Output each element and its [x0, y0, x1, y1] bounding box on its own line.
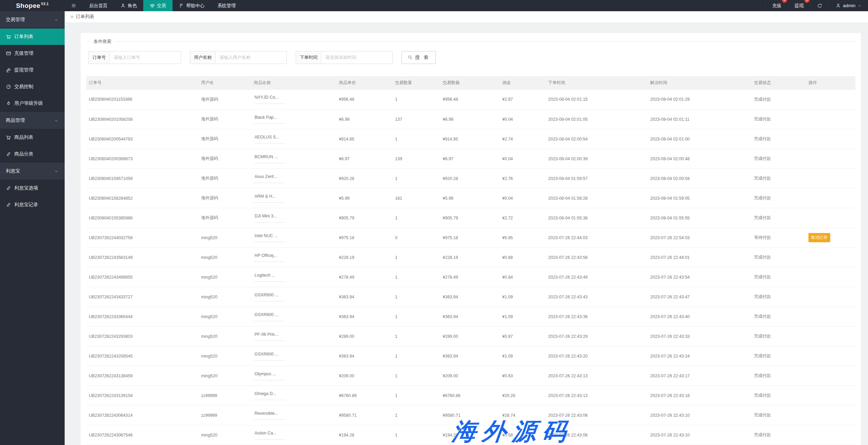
commission-cell: ¥1.09 — [499, 287, 545, 307]
refresh-button[interactable] — [810, 0, 829, 11]
product-name-cell: DJI Mini 3... — [251, 208, 336, 228]
search-input[interactable] — [110, 51, 181, 64]
table-row: UB2308040201153366海外源码NXYJD Co...¥956.48… — [86, 90, 855, 110]
username-cell: ming520 — [198, 267, 251, 287]
order-no-cell: UB2307262243139104 — [86, 386, 198, 406]
unfreeze-time-cell: 2023-07-26 22:54:03 — [648, 228, 751, 248]
product-name-cell: HP Officej... — [251, 248, 336, 267]
topbar-nav: 后台首页角色交易帮助中心系统管理 — [83, 0, 242, 11]
status-cell: 等待付款 — [751, 228, 806, 248]
sidebar-toggle-button[interactable] — [65, 0, 83, 11]
search-field-label: 用户名称 — [190, 51, 216, 64]
unfreeze-time-cell: 2023-08-04 01:59:05 — [648, 188, 751, 208]
amount-cell: ¥905.79 — [440, 208, 499, 228]
amount-cell: ¥9580.71 — [440, 406, 499, 425]
action-cell — [806, 110, 855, 129]
quantity-cell: 1 — [392, 406, 440, 425]
product-name-link[interactable]: Omega D... — [254, 391, 285, 400]
status-cell: 完成付款 — [751, 90, 806, 110]
product-name-link[interactable]: Logitech ... — [254, 273, 285, 282]
product-name-link[interactable]: Asus Zenf... — [254, 174, 285, 183]
search-button[interactable]: 搜 索 — [402, 51, 436, 64]
card-icon — [6, 51, 11, 56]
topbar-nav-label: 帮助中心 — [186, 3, 204, 9]
order-time-cell: 2023-07-26 22:43:06 — [545, 425, 648, 445]
sidebar-group-title[interactable]: 商品管理 — [0, 112, 65, 129]
sidebar-item[interactable]: 充值管理 — [0, 45, 65, 62]
product-name-link[interactable]: GSXR600 ... — [254, 312, 285, 321]
product-name-cell: PF-06 Prin... — [251, 327, 336, 346]
sidebar-item[interactable]: 用户等级升级 — [0, 95, 65, 112]
sidebar-item[interactable]: 利息宝记录 — [0, 197, 65, 213]
sidebar-item-label: 利息宝选项 — [14, 185, 38, 191]
status-cell: 完成付款 — [751, 307, 806, 327]
product-name-link[interactable]: Action Ca... — [254, 431, 285, 440]
product-name-link[interactable]: PF-06 Prin... — [254, 332, 285, 341]
product-name-link[interactable]: NXYJD Co... — [254, 95, 285, 104]
search-input[interactable] — [322, 51, 392, 64]
product-name-link[interactable]: Olympus ... — [254, 372, 285, 380]
cancel-order-button[interactable]: 取消订单 — [808, 233, 830, 242]
product-name-cell: Logitech ... — [251, 267, 336, 287]
unit-price-cell: ¥209.00 — [336, 366, 392, 386]
sidebar-item[interactable]: 交易控制 — [0, 79, 65, 95]
sidebar-item[interactable]: 利息宝选项 — [0, 180, 65, 197]
search-input[interactable] — [216, 51, 286, 64]
sidebar-item[interactable]: 提现管理 — [0, 62, 65, 79]
action-cell — [806, 267, 855, 287]
username-cell: 海外源码 — [198, 188, 251, 208]
product-name-link[interactable]: HP Officej... — [254, 253, 285, 262]
status-cell: 完成付款 — [751, 267, 806, 287]
product-name-link[interactable]: GSXR600 ... — [254, 293, 285, 301]
product-name-link[interactable]: ARM & H... — [254, 194, 285, 203]
sidebar-group-title[interactable]: 交易管理 — [0, 11, 65, 29]
status-cell: 完成付款 — [751, 425, 806, 445]
sidebar-item[interactable]: 商品分类 — [0, 146, 65, 163]
product-name-link[interactable]: GSXR600 ... — [254, 352, 285, 361]
unfreeze-time-cell: 2023-07-26 22:43:40 — [648, 307, 751, 327]
recharge-button[interactable]: 充值 0 — [765, 0, 788, 11]
column-header: 商品名称 — [251, 76, 336, 90]
product-name-link[interactable]: DJI Mini 3... — [254, 214, 285, 222]
topbar-nav-item[interactable]: 后台首页 — [83, 0, 114, 11]
topbar-nav-item[interactable]: 交易 — [143, 0, 173, 11]
sidebar-item[interactable]: 商品列表 — [0, 129, 65, 146]
quantity-cell: 1 — [392, 386, 440, 406]
topbar-nav-item[interactable]: 帮助中心 — [173, 0, 211, 11]
chevron-down-icon — [54, 18, 59, 22]
product-name-cell: Olympus ... — [251, 366, 336, 386]
quantity-cell: 1 — [392, 267, 440, 287]
amount-cell: ¥914.85 — [440, 129, 499, 149]
unfreeze-time-cell: 2023-08-04 01:55:55 — [648, 208, 751, 228]
sidebar-group-title[interactable]: 利息宝 — [0, 163, 65, 180]
product-name-cell: AEOLUS S... — [251, 129, 336, 149]
status-cell: 完成付款 — [751, 406, 806, 425]
topbar-nav-item[interactable]: 角色 — [114, 0, 143, 11]
search-field-group: 订单号 — [88, 51, 181, 64]
order-time-cell: 2023-08-04 02:00:54 — [545, 129, 648, 149]
app-logo-text: ShopeeV2.1 — [16, 2, 49, 10]
link-icon — [6, 185, 11, 191]
gauge-icon — [6, 84, 11, 89]
product-name-link[interactable]: BCMRUN ... — [254, 154, 285, 163]
unfreeze-time-cell: 2023-08-04 02:01:11 — [648, 110, 751, 129]
product-name-link[interactable]: Reversible... — [254, 411, 285, 420]
breadcrumb: » 订单列表 — [65, 11, 868, 23]
amount-cell: ¥6.99 — [440, 110, 499, 129]
action-cell — [806, 386, 855, 406]
withdraw-button[interactable]: 提现 0 — [788, 0, 810, 11]
user-menu[interactable]: admin — [829, 0, 868, 11]
product-name-link[interactable]: AEOLUS S... — [254, 135, 285, 144]
topbar-nav-item[interactable]: 系统管理 — [211, 0, 242, 11]
product-name-cell: Intel NUC ... — [251, 228, 336, 248]
product-name-link[interactable]: Black Pap... — [254, 115, 285, 124]
sidebar-group-label: 交易管理 — [6, 17, 25, 23]
quantity-cell: 1 — [392, 169, 440, 188]
product-name-cell: Black Pap... — [251, 110, 336, 129]
sidebar-item[interactable]: 订单列表 — [0, 29, 65, 45]
quantity-cell: 1 — [392, 366, 440, 386]
product-name-link[interactable]: Intel NUC ... — [254, 233, 285, 242]
order-time-cell: 2023-07-26 22:44:03 — [545, 228, 648, 248]
order-time-cell: 2023-08-04 02:00:39 — [545, 149, 648, 169]
search-field-label: 下单时间 — [296, 51, 322, 64]
